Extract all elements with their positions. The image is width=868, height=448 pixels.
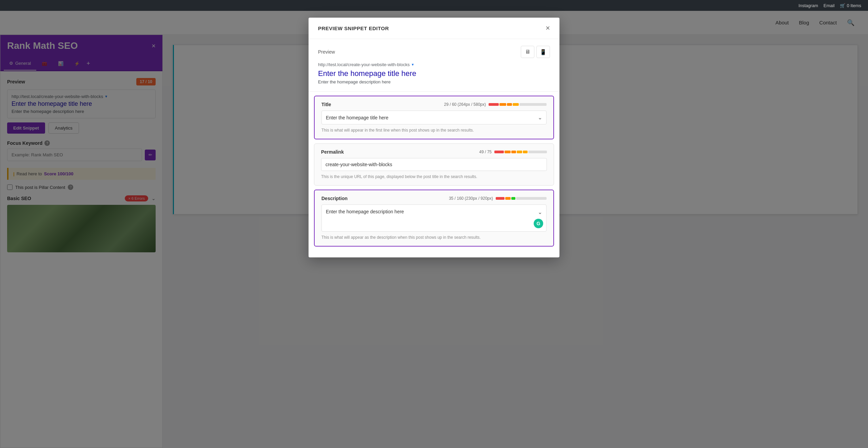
modal-preview-url: http://test.local/create-your-website-wi… xyxy=(318,62,550,67)
title-progress-seg-4 xyxy=(513,103,519,106)
permalink-progress-seg-5 xyxy=(523,151,528,153)
modal-header: PREVIEW SNIPPET EDITOR × xyxy=(309,18,559,39)
instagram-nav[interactable]: Instagram xyxy=(798,3,818,8)
description-field-label: Description xyxy=(321,196,348,201)
cart-nav[interactable]: 🛒 0 Items xyxy=(840,3,861,8)
modal-preview-area: Preview 🖥 📱 http://test.local/create-you… xyxy=(309,39,559,92)
permalink-field-box: Permalink 49 / 75 This is the unique URL… xyxy=(314,143,554,186)
title-field-count: 29 / 60 (264px / 580px) xyxy=(444,102,547,107)
permalink-progress-seg-4 xyxy=(517,151,522,153)
email-nav[interactable]: Email xyxy=(824,3,835,8)
title-progress-bar xyxy=(489,103,547,106)
modal-preview-label: Preview 🖥 📱 xyxy=(318,46,550,58)
description-input-chevron-icon: ⌄ xyxy=(538,209,542,215)
desktop-view-button[interactable]: 🖥 xyxy=(521,46,534,58)
permalink-field-hint: This is the unique URL of this page, dis… xyxy=(321,174,547,180)
description-field-input[interactable]: Enter the homepage description here ⌄ xyxy=(321,204,547,232)
title-field-label: Title xyxy=(321,102,331,107)
permalink-progress-bar xyxy=(494,151,547,153)
permalink-field-label: Permalink xyxy=(321,149,344,155)
description-field-count: 35 / 160 (230px / 920px) xyxy=(449,196,547,201)
title-progress-seg-2 xyxy=(499,103,506,106)
modal-preview-title: Enter the homepage title here xyxy=(318,69,550,78)
title-field-header: Title 29 / 60 (264px / 580px) xyxy=(321,102,547,107)
modal-preview-description: Enter the homepage description here xyxy=(318,79,550,84)
mobile-view-button[interactable]: 📱 xyxy=(536,46,550,58)
permalink-progress-seg-2 xyxy=(505,151,511,153)
description-progress-seg-2 xyxy=(505,197,511,200)
modal-url-arrow-icon: ▼ xyxy=(411,63,414,66)
permalink-progress-seg-1 xyxy=(494,151,504,153)
description-progress-seg-1 xyxy=(496,197,505,200)
title-field-hint: This is what will appear in the first li… xyxy=(321,127,547,133)
description-field-header: Description 35 / 160 (230px / 920px) xyxy=(321,196,547,201)
permalink-progress-seg-3 xyxy=(511,151,516,153)
description-input-value: Enter the homepage description here xyxy=(326,209,404,214)
modal-title: PREVIEW SNIPPET EDITOR xyxy=(318,25,389,31)
permalink-field-header: Permalink 49 / 75 xyxy=(321,149,547,155)
title-progress-seg-bg xyxy=(519,103,547,106)
title-field-input[interactable]: Enter the homepage title here ⌄ xyxy=(321,111,547,124)
title-progress-seg-3 xyxy=(507,103,512,106)
description-field-box: Description 35 / 160 (230px / 920px) Ent… xyxy=(314,190,554,247)
top-navigation: Instagram Email 🛒 0 Items xyxy=(0,0,868,11)
title-progress-seg-1 xyxy=(489,103,499,106)
title-input-value: Enter the homepage title here xyxy=(326,115,388,120)
description-textarea-wrapper: Enter the homepage description here ⌄ G xyxy=(321,204,547,232)
modal-close-button[interactable]: × xyxy=(546,24,550,32)
title-field-box: Title 29 / 60 (264px / 580px) Enter the … xyxy=(314,96,554,139)
grammarly-icon: G xyxy=(534,219,543,228)
permalink-input[interactable] xyxy=(321,158,547,171)
modal-overlay[interactable]: PREVIEW SNIPPET EDITOR × Preview 🖥 📱 htt… xyxy=(0,11,868,448)
title-input-chevron-icon: ⌄ xyxy=(538,114,542,121)
description-progress-bar xyxy=(496,197,547,200)
permalink-progress-seg-bg xyxy=(528,151,547,153)
description-progress-seg-bg xyxy=(516,197,547,200)
preview-snippet-modal: PREVIEW SNIPPET EDITOR × Preview 🖥 📱 htt… xyxy=(309,18,559,257)
device-buttons: 🖥 📱 xyxy=(521,46,550,58)
description-field-hint: This is what will appear as the descript… xyxy=(321,234,547,240)
description-progress-seg-3 xyxy=(511,197,515,200)
permalink-field-count: 49 / 75 xyxy=(479,150,547,154)
